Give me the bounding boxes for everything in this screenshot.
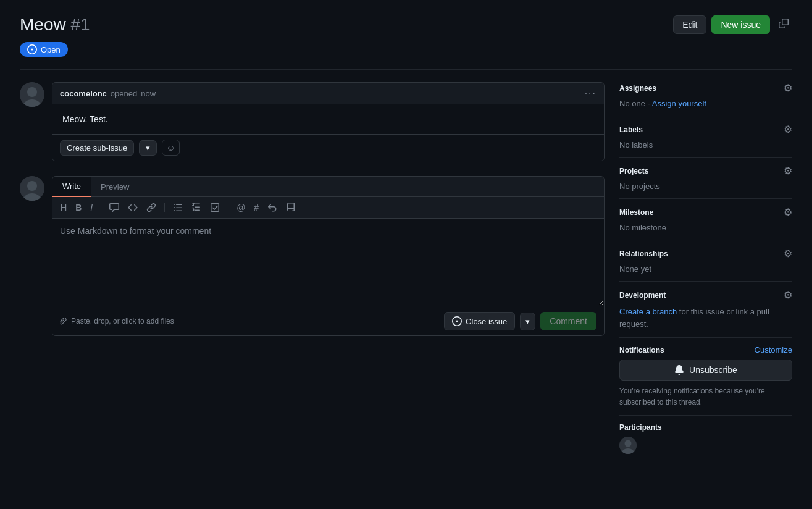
sidebar: Assignees ⚙ No one - Assign yourself Lab…: [619, 82, 792, 463]
relationships-gear[interactable]: ⚙: [784, 248, 792, 259]
participants-section: Participants: [619, 416, 792, 463]
unsubscribe-label: Unsubscribe: [689, 365, 737, 375]
italic-btn[interactable]: I: [87, 201, 96, 214]
labels-section: Labels ⚙ No labels: [619, 116, 792, 158]
relationships-header: Relationships ⚙: [619, 248, 792, 259]
labels-value: No labels: [619, 140, 792, 149]
write-tab[interactable]: Write: [52, 177, 91, 197]
comment-submit-button[interactable]: Comment: [540, 312, 596, 330]
toolbar-sep-1: [101, 203, 101, 212]
bullet-list-btn[interactable]: [170, 201, 186, 214]
create-sub-issue-label: Create sub-issue: [67, 143, 127, 153]
close-issue-dropdown[interactable]: ▾: [520, 313, 535, 330]
emoji-reaction-button[interactable]: ☺: [162, 140, 179, 156]
editor-toolbar: H B I: [52, 197, 604, 219]
customize-link[interactable]: Customize: [755, 345, 792, 355]
toolbar-sep-3: [228, 203, 228, 212]
unsubscribe-button[interactable]: Unsubscribe: [619, 360, 792, 381]
preview-tab[interactable]: Preview: [91, 177, 139, 196]
comment-text: Meow. Test.: [62, 114, 594, 124]
page-header: Meow #1 Edit New issue: [20, 15, 792, 35]
milestone-gear[interactable]: ⚙: [784, 206, 792, 218]
main-layout: cocomelonc opened now ··· Meow. Test. Cr…: [20, 82, 792, 463]
paperclip-icon: [60, 318, 67, 325]
assignees-prefix: No one -: [619, 99, 652, 108]
ref-btn[interactable]: #: [251, 201, 262, 214]
create-branch-link[interactable]: Create a branch: [619, 307, 677, 316]
svg-point-7: [625, 440, 632, 447]
numbered-list-btn[interactable]: [188, 201, 204, 214]
create-sub-issue-dropdown[interactable]: ▾: [139, 140, 157, 156]
file-attach-hint: Paste, drop, or click to add files: [60, 317, 174, 326]
relationships-value: None yet: [619, 264, 792, 274]
milestone-title: Milestone: [619, 208, 653, 217]
task-list-btn[interactable]: [207, 201, 223, 214]
projects-value: No projects: [619, 182, 792, 191]
comment-editor: Write Preview H B I: [52, 176, 605, 336]
comment-time: now: [141, 89, 156, 98]
svg-point-1: [27, 87, 37, 97]
editor-footer: Paste, drop, or click to add files Close…: [52, 307, 604, 335]
comment-textarea[interactable]: [52, 219, 604, 305]
development-gear[interactable]: ⚙: [784, 289, 792, 301]
projects-gear[interactable]: ⚙: [784, 165, 792, 177]
notifications-desc: You're receiving notifications because y…: [619, 385, 792, 408]
relationships-title: Relationships: [619, 250, 668, 258]
edit-button[interactable]: Edit: [673, 15, 706, 34]
assignees-gear[interactable]: ⚙: [784, 82, 792, 94]
header-divider: [20, 69, 792, 70]
labels-gear[interactable]: ⚙: [784, 124, 792, 135]
current-user-avatar: [20, 176, 44, 201]
issue-title-text: Meow: [20, 15, 66, 34]
close-issue-label: Close issue: [466, 317, 507, 326]
development-title: Development: [619, 291, 666, 300]
bold-btn[interactable]: B: [72, 201, 85, 214]
quote-btn[interactable]: [106, 201, 122, 214]
comment-footer: Create sub-issue ▾ ☺: [52, 134, 604, 161]
heading-btn[interactable]: H: [57, 201, 70, 214]
editor-tabs: Write Preview: [52, 177, 604, 197]
assignees-header: Assignees ⚙: [619, 82, 792, 94]
create-sub-issue-button[interactable]: Create sub-issue: [60, 140, 134, 156]
header-actions: Edit New issue: [673, 15, 792, 34]
mention-btn[interactable]: @: [233, 201, 248, 214]
comment-actions: Close issue ▾ Comment: [444, 312, 596, 330]
comment-body: Meow. Test.: [52, 104, 604, 134]
labels-header: Labels ⚙: [619, 124, 792, 135]
close-issue-button[interactable]: Close issue: [444, 312, 515, 330]
new-issue-button[interactable]: New issue: [711, 15, 770, 34]
relationships-section: Relationships ⚙ None yet: [619, 240, 792, 282]
labels-title: Labels: [619, 125, 643, 134]
link-btn[interactable]: [143, 201, 159, 214]
add-comment-section: Write Preview H B I: [20, 176, 605, 336]
issue-comment: cocomelonc opened now ··· Meow. Test. Cr…: [20, 82, 605, 161]
development-section: Development ⚙ Create a branch for this i…: [619, 282, 792, 338]
toolbar-sep-2: [164, 203, 165, 212]
milestone-header: Milestone ⚙: [619, 206, 792, 218]
main-content: cocomelonc opened now ··· Meow. Test. Cr…: [20, 82, 605, 336]
attach-btn[interactable]: [283, 201, 299, 214]
assignees-section: Assignees ⚙ No one - Assign yourself: [619, 82, 792, 116]
copy-button[interactable]: [775, 16, 792, 33]
open-issue-icon: [27, 44, 37, 54]
projects-section: Projects ⚙ No projects: [619, 158, 792, 199]
projects-title: Projects: [619, 167, 648, 175]
milestone-section: Milestone ⚙ No milestone: [619, 199, 792, 240]
assign-yourself-link[interactable]: Assign yourself: [652, 99, 706, 108]
notifications-section: Notifications Customize Unsubscribe You'…: [619, 338, 792, 416]
comment-box: cocomelonc opened now ··· Meow. Test. Cr…: [52, 82, 605, 161]
undo-btn[interactable]: [264, 201, 280, 214]
notifications-header: Notifications Customize: [619, 345, 792, 355]
comment-more-options[interactable]: ···: [585, 88, 596, 99]
code-btn[interactable]: [125, 201, 141, 214]
assignees-title: Assignees: [619, 84, 656, 93]
comment-meta: cocomelonc opened now: [60, 89, 156, 98]
projects-header: Projects ⚙: [619, 165, 792, 177]
comment-header: cocomelonc opened now ···: [52, 83, 604, 104]
participant-avatar: [619, 437, 637, 454]
bell-icon: [674, 365, 684, 375]
svg-point-4: [27, 181, 37, 191]
comment-action: opened: [111, 89, 137, 98]
milestone-value: No milestone: [619, 223, 792, 232]
issue-number: #1: [70, 15, 90, 34]
